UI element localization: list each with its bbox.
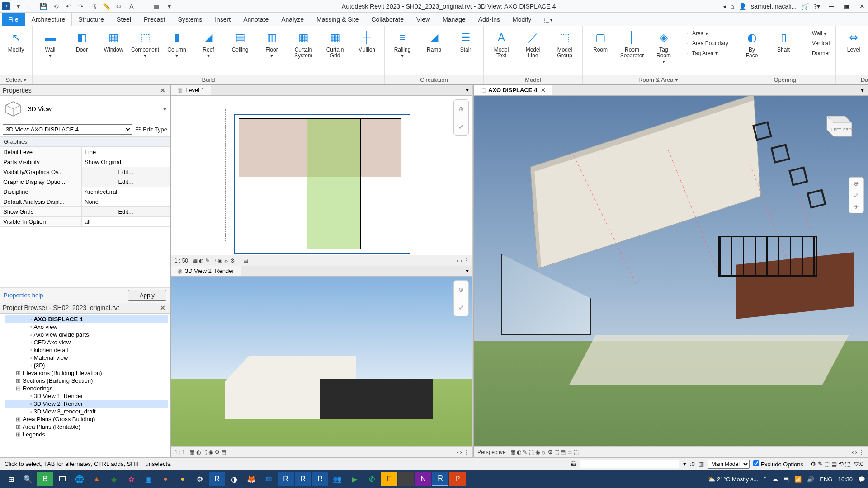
view-close-icon[interactable]: ✕ bbox=[541, 87, 546, 94]
ribbon-tab-annotate[interactable]: Annotate bbox=[237, 13, 275, 26]
status-search-input[interactable] bbox=[580, 460, 679, 468]
prop-value[interactable]: Show Original bbox=[82, 157, 170, 167]
revit-active-icon[interactable]: R bbox=[432, 472, 448, 486]
taskbar-app[interactable]: F bbox=[381, 472, 397, 486]
taskbar-app[interactable]: ▶ bbox=[346, 472, 363, 486]
panel-label-room-area[interactable]: Room & Area ▾ bbox=[583, 75, 734, 84]
model-group-button[interactable]: ⬚Model Group bbox=[551, 29, 579, 59]
tag-room-button[interactable]: ◈Tag Room▾ bbox=[650, 29, 678, 65]
powerpoint-icon[interactable]: P bbox=[449, 472, 466, 486]
browser-node[interactable]: ▫ 3D View 2_Render bbox=[5, 400, 168, 408]
level-button[interactable]: ⇔Level bbox=[840, 29, 868, 53]
infocenter-back-icon[interactable]: ◂ bbox=[723, 3, 726, 10]
view-scale[interactable]: 1 : 1 bbox=[175, 449, 185, 455]
outlook-icon[interactable]: ✉ bbox=[260, 472, 277, 486]
wall-button[interactable]: ▫Wall ▾ bbox=[801, 29, 832, 38]
room-button[interactable]: ▢Room bbox=[586, 29, 614, 65]
browser-node[interactable]: ▫ CFD Axo view bbox=[5, 338, 168, 346]
taskbar-app[interactable]: ⚙ bbox=[192, 472, 208, 486]
column-button[interactable]: ▮Column▾ bbox=[163, 29, 191, 59]
prop-value[interactable]: Fine bbox=[82, 147, 170, 157]
viewport-level1[interactable]: ⊕⤢ bbox=[171, 96, 472, 255]
qat-new-icon[interactable]: ▢ bbox=[25, 1, 36, 11]
main-model-select[interactable]: Main Model bbox=[708, 460, 750, 469]
qat-thin-icon[interactable]: ▾ bbox=[164, 1, 175, 11]
chrome-icon[interactable]: 🌐 bbox=[71, 472, 88, 486]
browser-node[interactable]: ▫ Axo view bbox=[5, 323, 168, 331]
ribbon-tab-systems[interactable]: Systems bbox=[171, 13, 208, 26]
ribbon-tab-manage[interactable]: Manage bbox=[436, 13, 472, 26]
close-button[interactable]: ✕ bbox=[858, 3, 866, 9]
qat-save-icon[interactable]: 💾 bbox=[38, 1, 49, 11]
browser-node[interactable]: ▫ Material view bbox=[5, 354, 168, 361]
floor-button[interactable]: ▥Floor▾ bbox=[258, 29, 286, 59]
ribbon-tab-extra[interactable]: ⬚▾ bbox=[538, 13, 559, 26]
stair-button[interactable]: ☰Stair bbox=[452, 29, 480, 53]
browser-node[interactable]: ⊞Elevations (Building Elevation) bbox=[5, 369, 168, 377]
ribbon-tab-architecture[interactable]: Architecture bbox=[25, 13, 72, 26]
ribbon-tab-view[interactable]: View bbox=[410, 13, 436, 26]
nav-bar[interactable]: ⊕⤢ bbox=[453, 99, 469, 136]
properties-close-icon[interactable]: ✕ bbox=[158, 87, 167, 94]
ramp-button[interactable]: ◢Ramp bbox=[420, 29, 448, 53]
prop-value[interactable]: Architectural bbox=[82, 187, 170, 197]
nav-bar[interactable]: ⊕⤢✈ bbox=[849, 177, 864, 213]
qat-section-icon[interactable]: ▤ bbox=[151, 1, 162, 11]
browser-node[interactable]: ⊞Legends bbox=[5, 431, 168, 438]
view-maximize-icon[interactable]: ▾ bbox=[857, 85, 868, 95]
taskbar-app[interactable]: B bbox=[37, 472, 53, 486]
vertical-button[interactable]: ▫Vertical bbox=[801, 39, 832, 48]
weather-widget[interactable]: ⛅ 21°C Mostly s... bbox=[708, 476, 758, 483]
browser-node[interactable]: ▫ 3D View 1_Render bbox=[5, 392, 168, 400]
nav-bar[interactable]: ⊕⤢ bbox=[453, 280, 469, 316]
properties-instance-select[interactable]: 3D View: AXO DISPLACE 4 bbox=[3, 124, 132, 135]
viewcube[interactable]: LEFTFRONT bbox=[818, 109, 854, 141]
browser-node[interactable]: ▫ Axo view divide parts bbox=[5, 331, 168, 338]
view-tab-axo[interactable]: ⬚ AXO DISPLACE 4 ✕ bbox=[474, 85, 552, 95]
wall-button[interactable]: ▬Wall▾ bbox=[36, 29, 64, 59]
tray-icon[interactable]: ⬒ bbox=[783, 476, 789, 483]
ribbon-tab-precast[interactable]: Precast bbox=[137, 13, 171, 26]
shaft-button[interactable]: ▯Shaft bbox=[769, 29, 797, 59]
firefox-icon[interactable]: 🦊 bbox=[243, 472, 259, 486]
roof-button[interactable]: ◢Roof▾ bbox=[194, 29, 222, 59]
properties-help-link[interactable]: Properties help bbox=[4, 292, 43, 299]
railing-button[interactable]: ≡Railing▾ bbox=[388, 29, 416, 59]
qat-print-icon[interactable]: 🖨 bbox=[88, 1, 99, 11]
ribbon-tab-massing-site[interactable]: Massing & Site bbox=[310, 13, 365, 26]
prop-value[interactable]: Edit... bbox=[82, 177, 170, 187]
browser-node[interactable]: ▫ kitchen detail bbox=[5, 346, 168, 354]
tag-area-button[interactable]: ▫Tag Area ▾ bbox=[681, 49, 730, 58]
revit-instance-icon[interactable]: R bbox=[278, 472, 294, 486]
view-scale[interactable]: Perspective bbox=[477, 449, 506, 455]
ribbon-tab-add-ins[interactable]: Add-Ins bbox=[472, 13, 506, 26]
qat-open-icon[interactable]: ▾ bbox=[13, 1, 24, 11]
revit-instance-icon[interactable]: R bbox=[312, 472, 328, 486]
start-button[interactable]: ⊞ bbox=[3, 472, 19, 486]
user-icon[interactable]: 👤 bbox=[739, 3, 746, 10]
browser-node[interactable]: ⊞Area Plans (Rentable) bbox=[5, 423, 168, 431]
browser-node[interactable]: ▫ 3D View 3_render_draft bbox=[5, 408, 168, 415]
window-button[interactable]: ▦Window bbox=[99, 29, 127, 53]
vlc-icon[interactable]: ▲ bbox=[89, 472, 105, 486]
search-icon[interactable]: 🔍 bbox=[20, 472, 36, 486]
ribbon-tab-modify[interactable]: Modify bbox=[506, 13, 538, 26]
ribbon-tab-analyze[interactable]: Analyze bbox=[275, 13, 310, 26]
taskbar-app[interactable]: ◑ bbox=[226, 472, 242, 486]
by-face-button[interactable]: ◐By Face bbox=[738, 29, 766, 59]
taskbar-app[interactable]: ◆ bbox=[106, 472, 122, 486]
browser-node[interactable]: ▫ AXO DISPLACE 4 bbox=[5, 315, 168, 323]
qat-3d-icon[interactable]: ⬚ bbox=[139, 1, 150, 11]
view-maximize-icon[interactable]: ▾ bbox=[462, 85, 472, 95]
app-store-icon[interactable]: 🛒 bbox=[801, 3, 809, 10]
door-button[interactable]: ◧Door bbox=[68, 29, 96, 53]
ribbon-tab-steel[interactable]: Steel bbox=[110, 13, 137, 26]
prop-value[interactable]: None bbox=[82, 197, 170, 207]
browser-node[interactable]: ⊞Area Plans (Gross Building) bbox=[5, 415, 168, 423]
view-maximize-icon[interactable]: ▾ bbox=[462, 266, 472, 276]
taskbar-app[interactable]: ● bbox=[175, 472, 191, 486]
view-tab-level1[interactable]: ▦ Level 1 bbox=[171, 85, 211, 95]
qat-measure-icon[interactable]: 📏 bbox=[101, 1, 112, 11]
revit-instance-icon[interactable]: R bbox=[295, 472, 311, 486]
model-icon[interactable]: ▥ bbox=[698, 460, 704, 467]
